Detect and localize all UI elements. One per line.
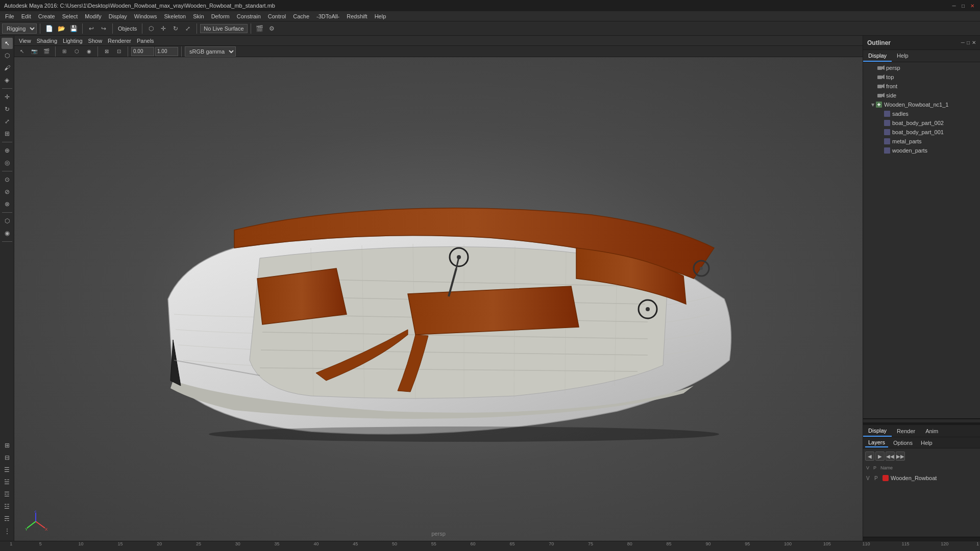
- outliner-item-top[interactable]: top: [863, 72, 980, 82]
- vp-grid-btn[interactable]: ⊞: [59, 46, 70, 57]
- vp-menu-lighting[interactable]: Lighting: [60, 37, 85, 45]
- right-panel-scrollbar[interactable]: [863, 418, 980, 422]
- vp-frame-all[interactable]: ⊠: [101, 46, 112, 57]
- vp-menu-panels[interactable]: Panels: [134, 37, 157, 45]
- layer-rowboat[interactable]: V P Wooden_Rowboat: [865, 473, 978, 483]
- menu-constrain[interactable]: Constrain: [234, 12, 264, 20]
- outliner-close-btn[interactable]: ✕: [972, 40, 976, 45]
- outliner-item-wooden-parts[interactable]: wooden_parts: [863, 146, 980, 155]
- menu-create[interactable]: Create: [35, 12, 58, 20]
- layers-nav-btn[interactable]: ▶: [875, 452, 885, 461]
- select-tool[interactable]: ↖: [2, 38, 13, 49]
- vp-select-btn[interactable]: ↖: [16, 46, 28, 57]
- layer-v-rowboat[interactable]: V: [866, 475, 872, 481]
- menu-help[interactable]: Help: [372, 12, 389, 20]
- layers-add-btn[interactable]: ◀: [865, 452, 874, 461]
- render-button[interactable]: 🎬: [254, 23, 265, 34]
- layers-delete-btn[interactable]: ▶▶: [896, 452, 905, 461]
- rotate-transform[interactable]: ↻: [2, 104, 13, 115]
- close-button[interactable]: ✕: [969, 2, 976, 9]
- lasso-tool[interactable]: ⬡: [2, 50, 13, 61]
- view-panel-2[interactable]: ⊟: [2, 452, 13, 463]
- view-panel-3[interactable]: ☰: [2, 464, 13, 475]
- maximize-button[interactable]: □: [960, 2, 967, 9]
- menu-select[interactable]: Select: [59, 12, 81, 20]
- outliner-item-front[interactable]: front: [863, 82, 980, 91]
- tab-help[interactable]: Help: [892, 51, 914, 62]
- ik-handle-tool[interactable]: ⊘: [2, 186, 13, 197]
- move-transform[interactable]: ✛: [2, 91, 13, 103]
- outliner-item-sadles[interactable]: sadles: [863, 109, 980, 118]
- create-polygon[interactable]: ⬡: [2, 215, 13, 227]
- render-settings-button[interactable]: ⚙: [266, 23, 278, 34]
- save-scene-button[interactable]: 💾: [68, 23, 79, 34]
- open-scene-button[interactable]: 📂: [56, 23, 67, 34]
- soft-mod-tool[interactable]: ◎: [2, 157, 13, 168]
- vp-frame-sel[interactable]: ⊡: [113, 46, 125, 57]
- subtab-options[interactable]: Options: [890, 439, 916, 447]
- view-panel-1[interactable]: ⊞: [2, 440, 13, 451]
- menu-deform[interactable]: Deform: [208, 12, 233, 20]
- vp-smooth-btn[interactable]: ◉: [83, 46, 94, 57]
- vp-value2[interactable]: [155, 47, 178, 56]
- joint-tool[interactable]: ⊙: [2, 174, 13, 185]
- vp-camera-btn[interactable]: 📷: [29, 46, 40, 57]
- menu-file[interactable]: File: [2, 12, 17, 20]
- view-panel-4[interactable]: ☱: [2, 477, 13, 488]
- outliner-item-rowboat-group[interactable]: ▶ Wooden_Rowboat_nc1_1: [863, 100, 980, 109]
- vp-menu-view[interactable]: View: [16, 37, 34, 45]
- vp-menu-shading[interactable]: Shading: [34, 37, 60, 45]
- cluster-tool[interactable]: ⊗: [2, 198, 13, 210]
- menu-skeleton[interactable]: Skeleton: [161, 12, 189, 20]
- menu-edit[interactable]: Edit: [18, 12, 34, 20]
- layers-create-btn[interactable]: ◀◀: [886, 452, 895, 461]
- br-tab-anim[interactable]: Anim: [920, 426, 943, 436]
- soft-select-tool[interactable]: ◈: [2, 74, 13, 86]
- scale-tool-button[interactable]: ⤢: [182, 23, 193, 34]
- scale-transform[interactable]: ⤢: [2, 116, 13, 127]
- rowboat-expand-arrow[interactable]: ▶: [871, 103, 875, 106]
- outliner-item-side[interactable]: side: [863, 91, 980, 100]
- menu-windows[interactable]: Windows: [131, 12, 160, 20]
- menu-control[interactable]: Control: [265, 12, 289, 20]
- outliner-item-metal-parts[interactable]: metal_parts: [863, 137, 980, 146]
- move-tool-button[interactable]: ✛: [158, 23, 169, 34]
- select-mode-button[interactable]: ⬡: [145, 23, 157, 34]
- menu-display[interactable]: Display: [106, 12, 130, 20]
- menu-3dtoall[interactable]: -3DToAll-: [313, 12, 342, 20]
- vp-menu-show[interactable]: Show: [86, 37, 105, 45]
- outliner-item-boat-body-001[interactable]: boat_body_part_001: [863, 128, 980, 137]
- vp-menu-renderer[interactable]: Renderer: [105, 37, 134, 45]
- undo-button[interactable]: ↩: [86, 23, 97, 34]
- layer-p-rowboat[interactable]: P: [874, 475, 880, 481]
- universal-manip[interactable]: ⊞: [2, 128, 13, 139]
- outliner-item-persp[interactable]: persp: [863, 63, 980, 72]
- more-tools-btn[interactable]: ⋮: [2, 525, 13, 537]
- sculpt-tool[interactable]: ◉: [2, 228, 13, 239]
- br-tab-render[interactable]: Render: [892, 426, 920, 436]
- tab-display[interactable]: Display: [863, 51, 892, 62]
- menu-cache[interactable]: Cache: [290, 12, 312, 20]
- gamma-selector[interactable]: sRGB gamma: [185, 46, 236, 57]
- vp-value1[interactable]: [131, 47, 154, 56]
- subtab-layers[interactable]: Layers: [865, 438, 888, 447]
- rotate-tool-button[interactable]: ↻: [170, 23, 181, 34]
- 3d-viewport[interactable]: persp X Y Z: [14, 57, 863, 541]
- vp-wire-btn[interactable]: ⬡: [71, 46, 82, 57]
- subtab-help[interactable]: Help: [918, 439, 936, 447]
- menu-modify[interactable]: Modify: [82, 12, 104, 20]
- mode-selector[interactable]: Rigging: [2, 23, 37, 34]
- snap-together[interactable]: ⊕: [2, 145, 13, 156]
- vp-render-btn[interactable]: 🎬: [41, 46, 52, 57]
- minimize-button[interactable]: ─: [950, 2, 958, 9]
- menu-skin[interactable]: Skin: [190, 12, 207, 20]
- paint-select-tool[interactable]: 🖌: [2, 62, 13, 73]
- outliner-minimize-btn[interactable]: ─: [961, 40, 965, 45]
- br-tab-display[interactable]: Display: [863, 425, 892, 437]
- view-panel-6[interactable]: ☳: [2, 501, 13, 512]
- outliner-maximize-btn[interactable]: □: [967, 40, 970, 45]
- new-scene-button[interactable]: 📄: [43, 23, 55, 34]
- menu-redshift[interactable]: Redshift: [344, 12, 370, 20]
- redo-button[interactable]: ↪: [98, 23, 109, 34]
- outliner-item-boat-body-002[interactable]: boat_body_part_002: [863, 118, 980, 128]
